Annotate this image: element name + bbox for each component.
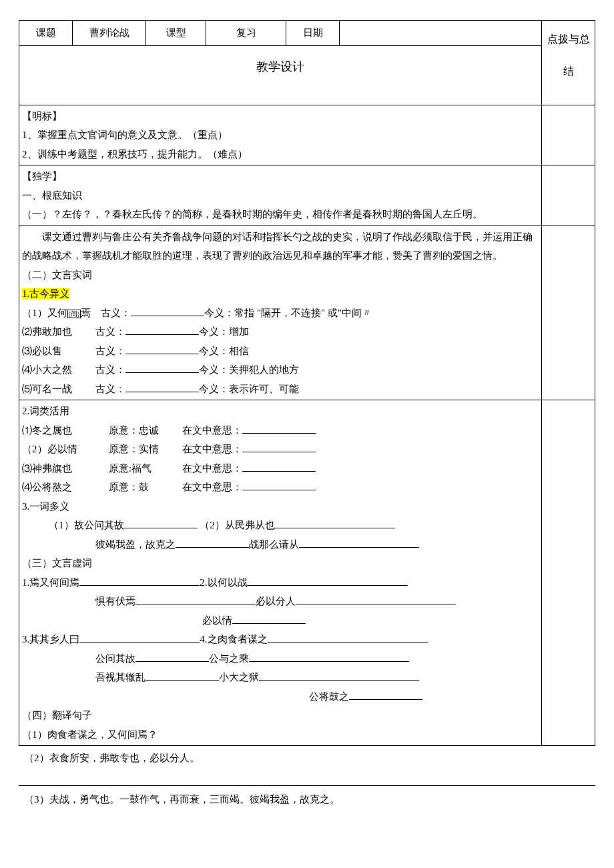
content-cell-3: 2.词类活用 ⑴冬之属也原意：忠诚在文中意思： （2）必以情原意：实情在文中意思… <box>19 400 542 746</box>
jian-icon: (间) <box>67 310 81 318</box>
blank-field[interactable] <box>145 670 219 681</box>
design-title: 教学设计 <box>19 45 542 105</box>
duoyi-row-1: （1）故公问其故 （2）从民弗从也 <box>22 516 539 535</box>
lesson-table: 课题 曹刿论战 课型 复习 日期 点拨与总结 教学设计 【明标】 1、掌握重点文… <box>19 20 595 746</box>
gujin-item-4: ⑷小大之然古义：今义：关押犯人的地方 <box>22 360 539 380</box>
blank-field[interactable] <box>259 670 419 681</box>
side-column-title: 点拨与总结 <box>542 21 595 105</box>
side-cell <box>542 226 595 400</box>
cilei-heading: 2.词类活用 <box>22 402 539 421</box>
duxue-intro-cell: 【独学】 一、根底知识 （一）？左传？，？春秋左氏传？的简称，是春秋时期的编年史… <box>19 165 542 226</box>
cilei-item-2: （2）必以情原意：实情在文中意思： <box>22 440 539 459</box>
xuci-row-4: 3.其其乡人曰4.之肉食者谋之 <box>22 630 539 649</box>
mingbiao-p1: 1、掌握重点文官词句的意义及文意。（重点） <box>22 125 539 145</box>
xuci-row-7: 公将鼓之 <box>22 687 539 707</box>
xuci-row-1: 1.焉又何间焉2.以何以战 <box>22 573 539 592</box>
mingbiao-p2: 2、训练中考题型，积累技巧，提升能力。（难点） <box>22 145 539 164</box>
translate-heading: （四）翻译句子 <box>22 706 539 725</box>
blank-field[interactable] <box>249 651 409 662</box>
blank-field[interactable] <box>79 632 200 642</box>
translate-3: （3）夫战，勇气也。一鼓作气，再而衰，三而竭。彼竭我盈，故克之。 <box>19 790 595 809</box>
blank-field[interactable] <box>242 442 316 452</box>
side-cell <box>542 165 595 226</box>
gujin-item-2: ⑵弗敢加也古义：今义：增加 <box>22 322 539 342</box>
content-cell-2: 课文通过曹刿与鲁庄公有关齐鲁战争问题的对话和指挥长勺之战的史实，说明了作战必须取… <box>19 226 542 400</box>
blank-field[interactable] <box>125 344 199 354</box>
translate-1: （1）肉食者谋之，又何间焉？ <box>22 725 539 745</box>
mingbiao-heading: 【明标】 <box>22 107 539 126</box>
text-summary: 课文通过曹刿与鲁庄公有关齐鲁战争问题的对话和指挥长勺之战的史实，说明了作战必须取… <box>22 228 539 266</box>
blank-field[interactable] <box>242 423 316 434</box>
date-value <box>340 21 542 46</box>
header-row: 课题 曹刿论战 课型 复习 日期 点拨与总结 <box>19 21 595 46</box>
date-label: 日期 <box>286 21 340 46</box>
mingbiao-cell: 【明标】 1、掌握重点文官词句的意义及文意。（重点） 2、训练中考题型，积累技巧… <box>19 105 542 165</box>
type-value: 复习 <box>206 21 286 46</box>
side-cell <box>542 400 595 746</box>
duxue-heading: 【独学】 <box>22 167 539 186</box>
blank-field[interactable] <box>125 362 199 373</box>
cilei-item-3: ⑶神弗旗也原意:福气在文中意思： <box>22 459 539 478</box>
blank-field[interactable] <box>275 518 395 528</box>
cilei-item-1: ⑴冬之属也原意：忠诚在文中意思： <box>22 421 539 440</box>
blank-field[interactable] <box>242 480 316 490</box>
blank-field[interactable] <box>125 382 199 392</box>
blank-field[interactable] <box>268 632 428 642</box>
gujin-item-1: （1）又何(间)焉 古义：今义：常指 "隔开，不连接" 或"中间〃 <box>22 304 539 323</box>
gujin-heading: 1.古今异义 <box>22 284 539 304</box>
topic-label: 课题 <box>19 21 73 46</box>
xuci-row-3: 必以情 <box>22 611 539 630</box>
blank-field[interactable] <box>349 689 422 700</box>
blank-field[interactable] <box>131 306 204 316</box>
topic-value: 曹刿论战 <box>73 21 146 46</box>
blank-field[interactable] <box>248 575 408 586</box>
blank-field[interactable] <box>125 324 199 335</box>
side-cell <box>542 105 595 165</box>
blank-field[interactable] <box>135 651 209 662</box>
xuci-heading: （三）文言虚词 <box>22 554 539 573</box>
basics-heading: 一、根底知识 <box>22 186 539 205</box>
gujin-item-3: ⑶必以售古义：今义：相信 <box>22 342 539 361</box>
blank-field[interactable] <box>124 518 198 528</box>
duoyi-row-2: 彼竭我盈，故克之战那么请从 <box>22 535 539 554</box>
blank-field[interactable] <box>135 594 256 604</box>
blank-field[interactable] <box>242 461 316 472</box>
duoyi-heading: 3.一词多义 <box>22 497 539 516</box>
blank-field[interactable] <box>296 594 456 604</box>
blank-field[interactable] <box>232 613 306 624</box>
blank-field[interactable] <box>176 537 249 548</box>
gujin-item-5: ⑸可名一战古义：今义：表示许可、可能 <box>22 380 539 399</box>
blank-field[interactable] <box>79 575 200 586</box>
highlight-1: 1.古今异义 <box>22 288 69 299</box>
shici-heading: （二）文言实词 <box>22 266 539 285</box>
type-label: 课型 <box>146 21 206 46</box>
translate-2: （2）衣食所安，弗敢专也，必以分人。 <box>19 749 595 768</box>
xuci-row-6: 吾视其辙乱小大之狱 <box>22 668 539 687</box>
zuozhuan-intro: （一）？左传？，？春秋左氏传？的简称，是春秋时期的编年史，相传作者是春秋时期的鲁… <box>22 205 539 224</box>
xuci-row-5: 公问其故公与之乘 <box>22 649 539 669</box>
cilei-item-4: ⑷公将熬之原意：鼓在文中意思： <box>22 478 539 497</box>
blank-field[interactable] <box>299 537 419 548</box>
xuci-row-2: 惧有伏焉必以分人 <box>22 592 539 611</box>
divider-line <box>19 785 595 786</box>
